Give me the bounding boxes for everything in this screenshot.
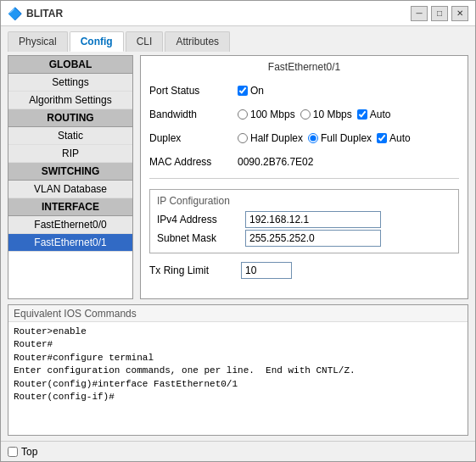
window-controls: ─ □ ✕: [411, 6, 468, 21]
duplex-full-radio[interactable]: [308, 133, 318, 143]
tab-cli[interactable]: CLI: [126, 31, 164, 52]
sidebar-section-interface: INTERFACE: [8, 198, 132, 216]
duplex-auto-text: Auto: [389, 132, 411, 144]
top-checkbox[interactable]: [8, 447, 18, 457]
sidebar-item-rip[interactable]: RIP: [8, 145, 132, 163]
ios-panel-title: Equivalent IOS Commands: [8, 305, 468, 322]
bandwidth-100mbps-label[interactable]: 100 Mbps: [238, 109, 295, 120]
ipv4-label: IPv4 Address: [157, 214, 242, 225]
duplex-full-label[interactable]: Full Duplex: [308, 132, 372, 144]
duplex-full-text: Full Duplex: [321, 132, 372, 144]
bandwidth-10mbps-label[interactable]: 10 Mbps: [300, 109, 352, 120]
bandwidth-10mbps-text: 10 Mbps: [313, 109, 352, 120]
status-bar: Top: [1, 441, 475, 461]
bandwidth-label: Bandwidth: [149, 109, 234, 120]
main-window: 🔷 BLITAR ─ □ ✕ Physical Config CLI Attri…: [0, 0, 476, 462]
bandwidth-100mbps-text: 100 Mbps: [250, 109, 295, 120]
subnet-controls: [245, 230, 451, 247]
tx-ring-input[interactable]: [241, 262, 292, 279]
port-status-checkbox-label[interactable]: On: [238, 85, 264, 97]
mac-address-label: MAC Address: [149, 156, 234, 168]
top-checkbox-label[interactable]: Top: [8, 446, 37, 458]
duplex-label: Duplex: [149, 132, 234, 144]
bandwidth-100mbps-radio[interactable]: [238, 109, 248, 120]
subnet-input[interactable]: [245, 230, 381, 247]
main-content: GLOBAL Settings Algorithm Settings ROUTI…: [1, 52, 475, 441]
port-status-checkbox[interactable]: [238, 86, 248, 96]
duplex-half-text: Half Duplex: [250, 132, 303, 144]
duplex-controls: Half Duplex Full Duplex Auto: [238, 132, 459, 144]
duplex-auto-checkbox[interactable]: [377, 133, 387, 143]
window-title: BLITAR: [26, 8, 411, 19]
ip-config-box: IP Configuration IPv4 Address Subnet Mas…: [149, 189, 459, 253]
ipv4-row: IPv4 Address: [157, 210, 451, 229]
bandwidth-10mbps-radio[interactable]: [300, 109, 311, 120]
sidebar-item-static[interactable]: Static: [8, 127, 132, 145]
bandwidth-auto-text: Auto: [370, 109, 391, 120]
port-status-controls: On: [238, 85, 459, 97]
sidebar-item-vlan-database[interactable]: VLAN Database: [8, 181, 132, 198]
sidebar-section-routing: ROUTING: [8, 109, 132, 127]
close-button[interactable]: ✕: [451, 6, 468, 21]
tab-physical[interactable]: Physical: [8, 31, 68, 52]
port-status-on-label: On: [250, 85, 264, 97]
bandwidth-controls: 100 Mbps 10 Mbps Auto: [238, 109, 459, 120]
right-panel: FastEthernet0/1 Port Status On Bandwidth: [140, 55, 468, 299]
mac-address-controls: 0090.2B76.7E02: [238, 156, 459, 168]
subnet-row: Subnet Mask: [157, 229, 451, 248]
duplex-half-radio[interactable]: [238, 133, 248, 143]
tx-ring-row: Tx Ring Limit: [149, 262, 459, 279]
subnet-label: Subnet Mask: [157, 232, 242, 244]
duplex-auto-label[interactable]: Auto: [377, 132, 411, 144]
port-status-label: Port Status: [149, 85, 234, 97]
ios-terminal[interactable]: Router>enable Router# Router#configure t…: [8, 322, 468, 435]
sidebar-item-fastethernet0-1[interactable]: FastEthernet0/1: [8, 234, 132, 252]
ip-config-title: IP Configuration: [157, 195, 451, 207]
tx-ring-label: Tx Ring Limit: [149, 264, 234, 276]
tab-config[interactable]: Config: [70, 31, 124, 52]
duplex-row: Duplex Half Duplex Full Duplex Auto: [149, 129, 459, 148]
mac-address-value: 0090.2B76.7E02: [238, 156, 313, 168]
app-icon: 🔷: [8, 7, 21, 20]
sidebar-item-algorithm-settings[interactable]: Algorithm Settings: [8, 92, 132, 109]
bandwidth-auto-checkbox[interactable]: [357, 109, 367, 120]
sidebar: GLOBAL Settings Algorithm Settings ROUTI…: [8, 55, 133, 299]
tabs-bar: Physical Config CLI Attributes: [1, 26, 475, 52]
bandwidth-auto-label[interactable]: Auto: [357, 109, 391, 120]
sidebar-item-fastethernet0-0[interactable]: FastEthernet0/0: [8, 216, 132, 234]
content-upper: GLOBAL Settings Algorithm Settings ROUTI…: [8, 55, 468, 299]
ipv4-input[interactable]: [245, 211, 381, 228]
ipv4-controls: [245, 211, 451, 228]
mac-address-row: MAC Address 0090.2B76.7E02: [149, 153, 459, 171]
port-status-row: Port Status On: [149, 81, 459, 100]
top-label: Top: [21, 446, 37, 458]
minimize-button[interactable]: ─: [411, 6, 428, 21]
sidebar-item-settings[interactable]: Settings: [8, 74, 132, 92]
sidebar-section-switching: SWITCHING: [8, 163, 132, 181]
panel-title: FastEthernet0/1: [149, 61, 459, 73]
sidebar-section-global: GLOBAL: [8, 56, 132, 74]
divider-1: [149, 178, 459, 179]
maximize-button[interactable]: □: [431, 6, 448, 21]
duplex-half-label[interactable]: Half Duplex: [238, 132, 303, 144]
bandwidth-row: Bandwidth 100 Mbps 10 Mbps Auto: [149, 105, 459, 124]
titlebar: 🔷 BLITAR ─ □ ✕: [1, 1, 475, 26]
ios-panel: Equivalent IOS Commands Router>enable Ro…: [8, 304, 468, 436]
tab-attributes[interactable]: Attributes: [165, 31, 230, 52]
